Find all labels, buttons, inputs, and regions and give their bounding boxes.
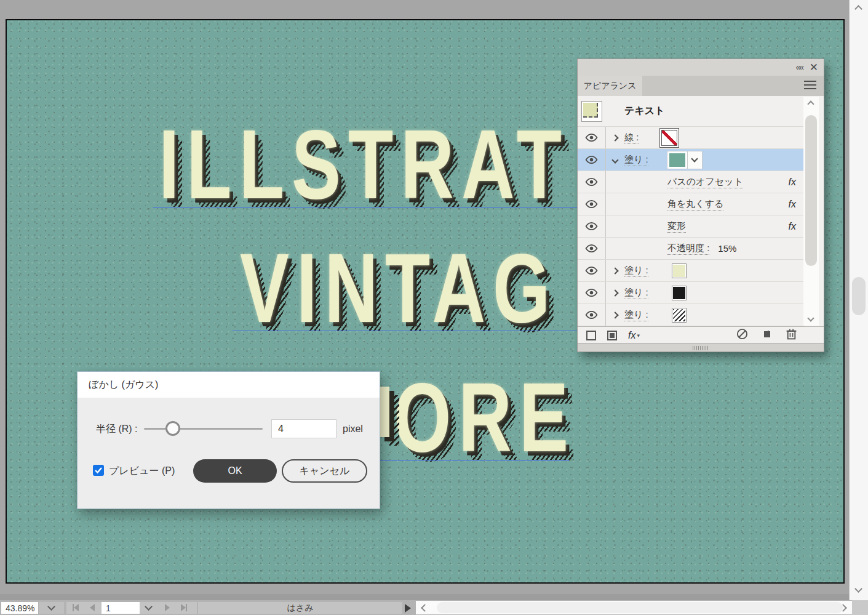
appearance-row-stroke[interactable]: 線 :: [578, 127, 805, 149]
visibility-eye-icon[interactable]: [578, 215, 606, 237]
panel-titlebar: «« ✕: [578, 59, 824, 76]
resize-grip-icon: [693, 346, 709, 350]
panel-scroll-down-icon[interactable]: [807, 315, 814, 321]
chevron-right-icon[interactable]: [611, 267, 618, 274]
horizontal-scrollbar[interactable]: [416, 601, 852, 614]
zoom-level-field[interactable]: 43.89%: [1, 602, 38, 614]
artboard-dropdown-button[interactable]: [140, 602, 157, 614]
appearance-list: テキスト 線 :塗り :パスのオフセットfx角を丸くするfx変形fx不透明度 :…: [578, 96, 824, 326]
artboard-number-field[interactable]: 1: [102, 602, 140, 614]
appearance-row-fill[interactable]: 塗り :: [578, 304, 805, 326]
scroll-left-icon[interactable]: [421, 604, 429, 612]
fx-icon: fx: [628, 330, 635, 341]
chevron-right-icon[interactable]: [611, 312, 618, 318]
visibility-eye-icon[interactable]: [578, 304, 606, 326]
zoom-dropdown-button[interactable]: [39, 602, 64, 614]
appearance-row-fill[interactable]: 塗り :: [578, 260, 805, 282]
fill-color-swatch[interactable]: [672, 308, 687, 323]
stroke-swatch[interactable]: [659, 128, 679, 148]
row-label[interactable]: 不透明度 :: [667, 243, 709, 255]
clear-appearance-button[interactable]: [736, 328, 748, 342]
radius-label: 半径 (R) :: [96, 423, 138, 436]
panel-resize-bar[interactable]: [578, 344, 824, 352]
fill-color-swatch[interactable]: [672, 286, 687, 300]
vertical-scrollbar[interactable]: [849, 0, 868, 600]
tab-appearance[interactable]: アピアランス: [578, 76, 642, 96]
row-label[interactable]: 塗り :: [624, 265, 648, 277]
add-stroke-button[interactable]: [586, 331, 596, 340]
duplicate-item-button[interactable]: [762, 329, 773, 342]
horizontal-scrollbar-thumb[interactable]: [437, 602, 843, 613]
status-flyout-icon[interactable]: [405, 604, 411, 613]
ok-button[interactable]: OK: [193, 459, 277, 483]
scroll-up-icon[interactable]: [854, 5, 862, 13]
appearance-target-label: テキスト: [624, 105, 665, 118]
last-artboard-button[interactable]: [181, 604, 187, 611]
row-label[interactable]: 線 :: [624, 132, 639, 144]
row-label[interactable]: パスのオフセット: [667, 176, 743, 188]
chevron-down-icon[interactable]: [611, 156, 618, 163]
visibility-eye-icon[interactable]: [578, 238, 606, 259]
scroll-down-icon[interactable]: [854, 585, 862, 593]
radius-input[interactable]: [271, 419, 336, 438]
appearance-row-effect[interactable]: パスのオフセットfx: [578, 171, 805, 193]
appearance-row-fill[interactable]: 塗り :: [578, 149, 805, 171]
unit-label: pixel: [343, 424, 363, 435]
status-divider: [0, 594, 849, 600]
next-artboard-button[interactable]: [165, 604, 170, 611]
vertical-scrollbar-thumb[interactable]: [852, 277, 866, 315]
preview-checkbox[interactable]: [93, 465, 104, 476]
scrollbar-corner: [852, 600, 868, 615]
text-baseline-guide: [380, 460, 569, 460]
dialog-title: ぼかし (ガウス): [78, 372, 380, 398]
panel-menu-icon[interactable]: [804, 81, 816, 89]
new-effect-button[interactable]: fx▾: [628, 330, 640, 341]
visibility-eye-icon[interactable]: [578, 260, 606, 281]
fill-color-dropdown[interactable]: [688, 151, 703, 169]
add-fill-button[interactable]: [607, 331, 617, 340]
chevron-down-icon: [47, 603, 55, 611]
chevron-right-icon[interactable]: [611, 134, 618, 141]
chevron-right-icon[interactable]: [611, 289, 618, 296]
artboard-number: 1: [106, 603, 111, 613]
row-label[interactable]: 塗り :: [624, 309, 648, 321]
fx-effect-icon[interactable]: fx: [789, 221, 796, 232]
visibility-eye-icon[interactable]: [578, 282, 606, 303]
appearance-row-effect[interactable]: 変形fx: [578, 215, 805, 238]
delete-item-button[interactable]: [786, 328, 797, 342]
appearance-target-row[interactable]: テキスト: [578, 96, 805, 127]
radius-slider-track[interactable]: [144, 428, 263, 430]
visibility-eye-icon[interactable]: [578, 193, 606, 215]
row-label[interactable]: 角を丸くする: [667, 198, 723, 211]
panel-tab-bar: アピアランス: [578, 76, 824, 96]
visibility-eye-icon[interactable]: [578, 127, 606, 148]
radius-slider-handle[interactable]: [165, 421, 180, 436]
cancel-button[interactable]: キャンセル: [282, 459, 367, 483]
appearance-target-thumbnail[interactable]: [581, 101, 602, 122]
row-label[interactable]: 塗り :: [624, 287, 648, 299]
fx-effect-icon[interactable]: fx: [789, 177, 796, 188]
fill-color-swatch[interactable]: [672, 263, 687, 278]
panel-close-icon[interactable]: ✕: [810, 61, 818, 74]
prev-artboard-button[interactable]: [90, 604, 95, 611]
panel-scrollbar[interactable]: [803, 97, 819, 326]
fill-color-swatch[interactable]: [667, 151, 688, 169]
first-artboard-button[interactable]: [73, 604, 79, 611]
add-stroke-icon: [586, 331, 596, 340]
appearance-panel: «« ✕ アピアランス テキスト 線 :塗り :パスのオフセットfx角を丸くする…: [577, 58, 824, 352]
visibility-eye-icon[interactable]: [578, 149, 606, 171]
row-label[interactable]: 変形: [667, 220, 686, 233]
panel-scroll-up-icon[interactable]: [807, 100, 814, 107]
row-label[interactable]: 塗り :: [624, 154, 648, 166]
panel-scrollbar-thumb[interactable]: [805, 115, 817, 266]
appearance-row-fill[interactable]: 塗り :: [578, 282, 805, 304]
zoom-value: 43.89%: [6, 603, 34, 613]
opacity-value: 15%: [718, 243, 736, 254]
appearance-row-opacity[interactable]: 不透明度 :15%: [578, 238, 805, 260]
duplicate-icon: [762, 329, 773, 340]
visibility-eye-icon[interactable]: [578, 171, 606, 193]
appearance-row-effect[interactable]: 角を丸くするfx: [578, 193, 805, 215]
fx-effect-icon[interactable]: fx: [789, 199, 796, 210]
chevron-down-icon: [145, 603, 153, 611]
panel-collapse-icon[interactable]: ««: [795, 62, 803, 72]
